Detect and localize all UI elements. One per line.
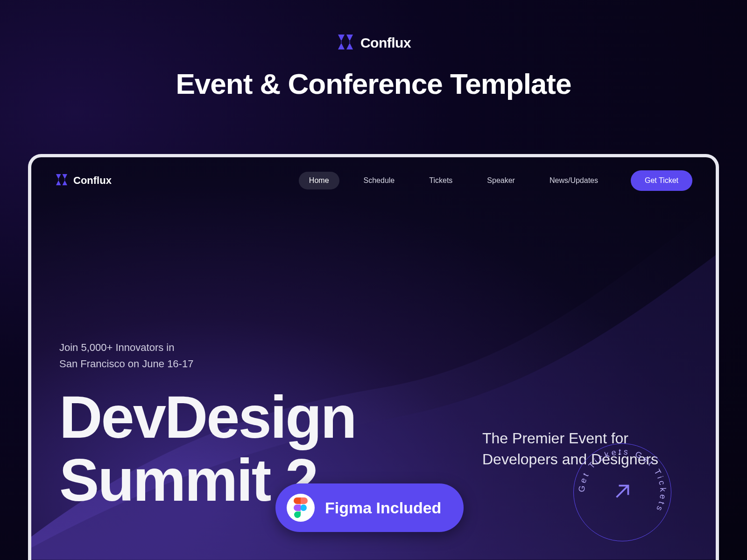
- nav-item-news[interactable]: News/Updates: [539, 172, 608, 189]
- nav-items: Home Schedule Tickets Speaker News/Updat…: [299, 170, 692, 191]
- conflux-logo-icon: [336, 33, 355, 53]
- get-ticket-button[interactable]: Get Ticket: [631, 170, 692, 191]
- nav-item-speaker[interactable]: Speaker: [477, 172, 525, 189]
- conflux-logo-icon: [55, 173, 69, 189]
- figma-included-pill[interactable]: Figma Included: [275, 483, 464, 532]
- outer-brand-name: Conflux: [360, 35, 411, 51]
- ticket-badge-text-ring: Get Tickets Get Tickets: [574, 444, 671, 541]
- outer-page-title: Event & Conference Template: [176, 67, 571, 100]
- outer-brand-logo: Conflux: [336, 33, 411, 53]
- hero-meta-line2: San Francisco on June 16-17: [59, 356, 688, 372]
- hero-meta: Join 5,000+ Innovators in San Francisco …: [59, 339, 688, 372]
- figma-pill-label: Figma Included: [325, 499, 441, 517]
- figma-icon: [287, 494, 315, 522]
- get-tickets-circular-badge[interactable]: Get Tickets Get Tickets: [573, 443, 671, 541]
- svg-point-1: [300, 504, 307, 511]
- hero-meta-line1: Join 5,000+ Innovators in: [59, 339, 688, 356]
- nav-item-home[interactable]: Home: [299, 172, 339, 189]
- nav-item-tickets[interactable]: Tickets: [419, 172, 463, 189]
- site-brand-logo[interactable]: Conflux: [55, 173, 112, 189]
- site-brand-name: Conflux: [73, 175, 112, 187]
- nav-item-schedule[interactable]: Schedule: [353, 172, 405, 189]
- svg-text:Get Tickets Get Tickets: Get Tickets Get Tickets: [577, 447, 668, 515]
- site-navbar: Conflux Home Schedule Tickets Speaker Ne…: [31, 157, 716, 204]
